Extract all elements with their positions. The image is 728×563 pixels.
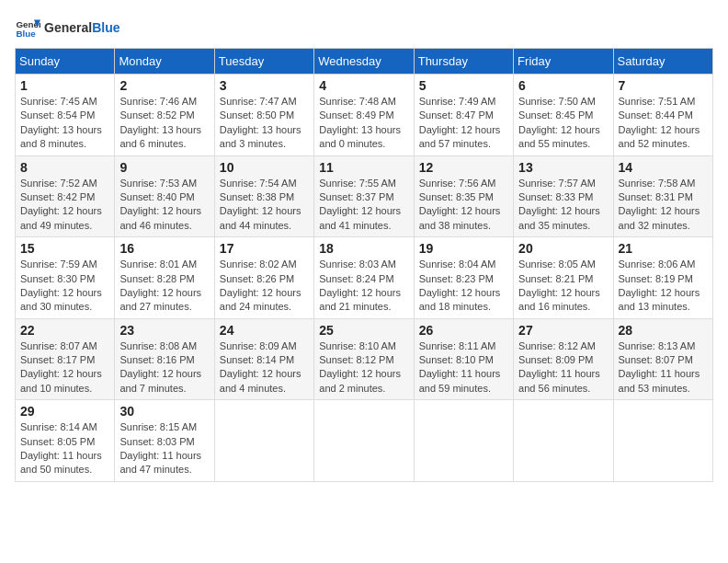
day-info: Sunrise: 8:15 AM Sunset: 8:03 PM Dayligh… [119,420,209,477]
day-cell: 25 Sunrise: 8:10 AM Sunset: 8:12 PM Dayl… [314,318,414,400]
day-cell: 5 Sunrise: 7:49 AM Sunset: 8:47 PM Dayli… [414,75,513,156]
day-number: 24 [220,323,309,338]
daylight-label: Daylight: 12 hours and 13 minutes. [619,287,700,312]
day-cell: 2 Sunrise: 7:46 AM Sunset: 8:52 PM Dayli… [115,75,214,156]
day-cell: 21 Sunrise: 8:06 AM Sunset: 8:19 PM Dayl… [613,237,712,319]
day-number: 18 [319,241,408,256]
sunrise-label: Sunrise: 8:01 AM [119,259,197,270]
sunrise-label: Sunrise: 8:06 AM [619,259,696,270]
sunset-label: Sunset: 8:52 PM [119,109,194,121]
daylight-label: Daylight: 12 hours and 49 minutes. [20,205,102,230]
sunrise-label: Sunrise: 7:46 AM [119,96,197,107]
day-info: Sunrise: 8:14 AM Sunset: 8:05 PM Dayligh… [20,420,109,477]
day-cell: 3 Sunrise: 7:47 AM Sunset: 8:50 PM Dayli… [214,75,313,156]
day-number: 15 [20,241,109,256]
daylight-label: Daylight: 12 hours and 24 minutes. [220,287,301,312]
header: General Blue GeneralBlue [15,15,713,40]
weekday-header-wednesday: Wednesday [314,49,414,75]
day-number: 10 [220,160,309,175]
day-info: Sunrise: 8:13 AM Sunset: 8:07 PM Dayligh… [619,339,708,396]
sunset-label: Sunset: 8:33 PM [518,191,593,202]
day-cell: 20 Sunrise: 8:05 AM Sunset: 8:21 PM Dayl… [514,237,613,319]
sunrise-label: Sunrise: 8:10 AM [319,340,396,351]
day-number: 21 [619,241,708,256]
logo-blue: Blue [92,20,119,35]
day-cell [314,400,414,482]
sunrise-label: Sunrise: 8:05 AM [518,259,596,270]
day-info: Sunrise: 8:05 AM Sunset: 8:21 PM Dayligh… [518,258,608,315]
daylight-label: Daylight: 12 hours and 32 minutes. [619,205,700,230]
sunrise-label: Sunrise: 7:49 AM [419,96,496,107]
day-info: Sunrise: 7:54 AM Sunset: 8:38 PM Dayligh… [220,177,309,234]
sunset-label: Sunset: 8:14 PM [220,354,294,365]
sunrise-label: Sunrise: 7:58 AM [619,178,696,189]
sunset-label: Sunset: 8:19 PM [619,273,693,284]
day-info: Sunrise: 8:02 AM Sunset: 8:26 PM Dayligh… [220,258,309,315]
day-info: Sunrise: 8:06 AM Sunset: 8:19 PM Dayligh… [619,258,708,315]
sunset-label: Sunset: 8:17 PM [20,354,95,365]
sunset-label: Sunset: 8:03 PM [119,436,194,447]
day-info: Sunrise: 7:48 AM Sunset: 8:49 PM Dayligh… [319,95,408,152]
sunrise-label: Sunrise: 7:51 AM [619,96,696,107]
daylight-label: Daylight: 13 hours and 6 minutes. [119,124,201,149]
sunrise-label: Sunrise: 7:52 AM [20,178,97,189]
sunrise-label: Sunrise: 8:02 AM [220,259,297,270]
sunset-label: Sunset: 8:07 PM [619,354,693,365]
day-number: 6 [518,78,608,93]
day-number: 7 [619,78,708,93]
day-cell: 15 Sunrise: 7:59 AM Sunset: 8:30 PM Dayl… [16,237,115,319]
day-cell: 29 Sunrise: 8:14 AM Sunset: 8:05 PM Dayl… [16,400,115,482]
day-info: Sunrise: 7:52 AM Sunset: 8:42 PM Dayligh… [20,177,109,234]
sunset-label: Sunset: 8:40 PM [119,191,194,202]
sunset-label: Sunset: 8:23 PM [419,273,494,284]
day-number: 30 [119,404,209,419]
day-number: 16 [119,241,209,256]
day-cell: 13 Sunrise: 7:57 AM Sunset: 8:33 PM Dayl… [514,155,613,237]
week-row-2: 8 Sunrise: 7:52 AM Sunset: 8:42 PM Dayli… [16,155,713,237]
sunset-label: Sunset: 8:05 PM [20,436,95,447]
day-cell: 12 Sunrise: 7:56 AM Sunset: 8:35 PM Dayl… [414,155,513,237]
sunrise-label: Sunrise: 8:12 AM [518,340,596,351]
daylight-label: Daylight: 12 hours and 4 minutes. [220,368,301,393]
day-number: 2 [119,78,209,93]
daylight-label: Daylight: 13 hours and 8 minutes. [20,124,102,149]
sunset-label: Sunset: 8:44 PM [619,109,693,121]
sunrise-label: Sunrise: 7:57 AM [518,178,596,189]
day-number: 9 [119,160,209,175]
sunset-label: Sunset: 8:47 PM [419,109,494,121]
daylight-label: Daylight: 11 hours and 53 minutes. [619,368,700,393]
svg-text:Blue: Blue [16,29,36,39]
weekday-header-sunday: Sunday [16,49,115,75]
daylight-label: Daylight: 12 hours and 46 minutes. [119,205,201,230]
sunset-label: Sunset: 8:38 PM [220,191,294,202]
sunset-label: Sunset: 8:12 PM [319,354,393,365]
sunrise-label: Sunrise: 8:08 AM [119,340,197,351]
day-number: 19 [419,241,508,256]
day-info: Sunrise: 8:04 AM Sunset: 8:23 PM Dayligh… [419,258,508,315]
sunset-label: Sunset: 8:35 PM [419,191,494,202]
sunset-label: Sunset: 8:26 PM [220,273,294,284]
day-cell: 28 Sunrise: 8:13 AM Sunset: 8:07 PM Dayl… [613,318,712,400]
day-cell: 7 Sunrise: 7:51 AM Sunset: 8:44 PM Dayli… [613,75,712,156]
day-info: Sunrise: 7:46 AM Sunset: 8:52 PM Dayligh… [119,95,209,152]
sunrise-label: Sunrise: 7:55 AM [319,178,396,189]
day-cell: 17 Sunrise: 8:02 AM Sunset: 8:26 PM Dayl… [214,237,313,319]
day-info: Sunrise: 8:10 AM Sunset: 8:12 PM Dayligh… [319,339,408,396]
week-row-4: 22 Sunrise: 8:07 AM Sunset: 8:17 PM Dayl… [16,318,713,400]
sunrise-label: Sunrise: 7:59 AM [20,259,97,270]
sunset-label: Sunset: 8:49 PM [319,109,393,121]
day-info: Sunrise: 8:09 AM Sunset: 8:14 PM Dayligh… [220,339,309,396]
day-cell: 16 Sunrise: 8:01 AM Sunset: 8:28 PM Dayl… [115,237,214,319]
weekday-header-thursday: Thursday [414,49,513,75]
sunrise-label: Sunrise: 8:03 AM [319,259,396,270]
logo: General Blue GeneralBlue [15,15,119,40]
day-cell: 18 Sunrise: 8:03 AM Sunset: 8:24 PM Dayl… [314,237,414,319]
day-number: 14 [619,160,708,175]
day-cell: 26 Sunrise: 8:11 AM Sunset: 8:10 PM Dayl… [414,318,513,400]
daylight-label: Daylight: 12 hours and 38 minutes. [419,205,501,230]
daylight-label: Daylight: 11 hours and 50 minutes. [20,450,102,475]
daylight-label: Daylight: 11 hours and 47 minutes. [119,450,201,475]
day-number: 26 [419,323,508,338]
sunrise-label: Sunrise: 7:50 AM [518,96,596,107]
sunset-label: Sunset: 8:16 PM [119,354,194,365]
